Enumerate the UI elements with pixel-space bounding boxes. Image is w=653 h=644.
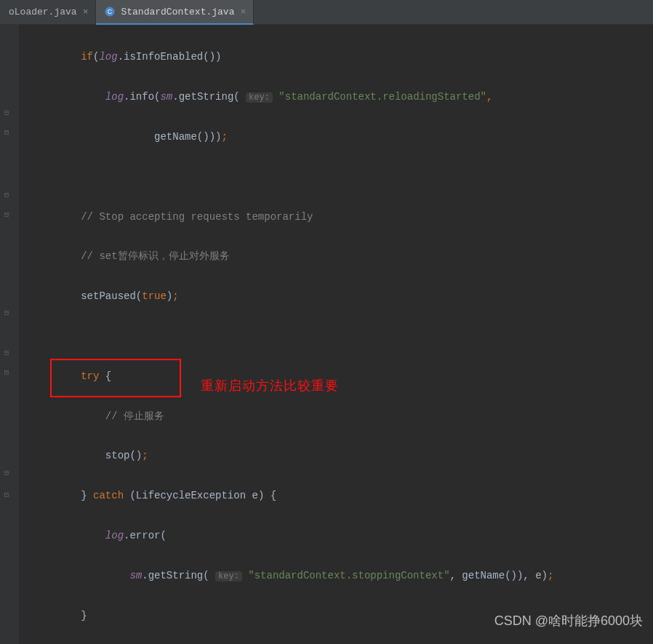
fold-icon[interactable]: ⊟ <box>4 490 13 499</box>
param-hint: key: <box>246 92 273 103</box>
fold-icon[interactable]: ⊟ <box>4 469 13 477</box>
comment: // 停止服务 <box>105 410 164 422</box>
tab-standard-context[interactable]: C StandardContext.java × <box>96 0 254 25</box>
fold-icon[interactable]: ⊟ <box>4 349 13 357</box>
tab-label: oLoader.java <box>9 7 77 17</box>
code-area[interactable]: if(log.isInfoEnabled()) log.info(sm.getS… <box>19 25 653 644</box>
editor: ⊟ ⊟ ⊟ ⊟ ⊟ ⊟ ⊟ ⊟ ⊟ if(log.isInfoEnabled()… <box>0 25 653 644</box>
editor-tabs: oLoader.java × C StandardContext.java × <box>0 0 653 25</box>
param-hint: key: <box>215 571 242 581</box>
tab-label: StandardContext.java <box>121 7 234 17</box>
watermark: CSDN @啥时能挣6000块 <box>494 612 643 629</box>
svg-text:C: C <box>108 8 113 15</box>
fold-icon[interactable]: ⊟ <box>4 309 13 317</box>
annotation-text: 重新启动方法比较重要 <box>201 376 339 396</box>
fold-icon[interactable]: ⊟ <box>4 128 13 137</box>
class-icon: C <box>105 7 115 17</box>
close-icon[interactable]: × <box>240 7 246 17</box>
fold-icon[interactable]: ⊟ <box>4 191 13 199</box>
fold-icon[interactable]: ⊟ <box>4 368 13 377</box>
tab-loader[interactable]: oLoader.java × <box>0 0 96 24</box>
close-icon[interactable]: × <box>83 7 89 17</box>
gutter[interactable]: ⊟ ⊟ ⊟ ⊟ ⊟ ⊟ ⊟ ⊟ ⊟ <box>0 25 19 644</box>
fold-icon[interactable]: ⊟ <box>4 210 13 219</box>
comment: // set暂停标识，停止对外服务 <box>81 250 229 262</box>
fold-icon[interactable]: ⊟ <box>4 108 13 117</box>
comment: // Stop accepting requests temporarily <box>81 211 313 223</box>
